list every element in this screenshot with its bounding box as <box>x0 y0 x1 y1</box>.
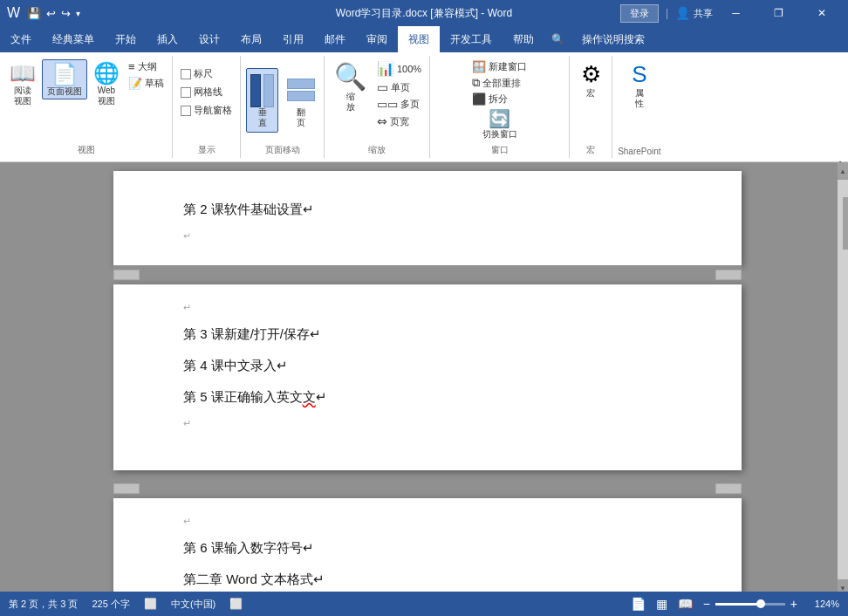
nav-toggle[interactable]: 导航窗格 <box>178 103 235 118</box>
share-label: 共享 <box>694 7 713 20</box>
window-buttons: 🪟 新建窗口 ⧉ 全部重排 ⬛ 拆分 <box>469 59 530 106</box>
scroll-up-button[interactable]: ▲ <box>838 162 848 180</box>
page-view-button[interactable]: 📄 页面视图 <box>42 59 87 99</box>
group-sharepoint: S 属性 SharePoint <box>612 56 666 158</box>
vertical-scroll-button[interactable]: 垂直 <box>246 68 278 133</box>
page-break-area <box>113 265 742 284</box>
tab-layout[interactable]: 布局 <box>230 26 272 52</box>
tab-home[interactable]: 开始 <box>105 26 147 52</box>
zoom-slider[interactable] <box>715 603 785 606</box>
heading-lesson4-text: 第 4 课中文录入↵ <box>183 358 288 373</box>
scrollbar[interactable]: ▲ ▼ <box>838 162 848 597</box>
sharepoint-group-label: SharePoint <box>618 147 660 156</box>
tab-view[interactable]: 视图 <box>398 26 440 52</box>
multi-page-button[interactable]: ▭▭ 多页 <box>374 97 424 112</box>
redo-icon[interactable]: ↪ <box>61 7 71 20</box>
tile-all-button[interactable]: ⧉ 全部重排 <box>469 75 523 91</box>
close-button[interactable]: ✕ <box>802 0 841 26</box>
ruler-checkbox <box>181 69 191 79</box>
horizontal-scroll-button[interactable]: 翻页 <box>284 69 318 132</box>
left-margin <box>0 162 17 597</box>
page-break-mark-right <box>715 270 742 280</box>
horizontal-icon <box>287 72 315 107</box>
tab-references[interactable]: 引用 <box>272 26 314 52</box>
ruler-toggle[interactable]: 标尺 <box>178 66 215 81</box>
input-mode-icon: ⬜ <box>144 598 157 610</box>
heading-lesson5-text: 第 5 课正确输入英文文↵ <box>183 389 327 404</box>
grid-view-icon[interactable]: ▦ <box>656 597 667 611</box>
outline-view-button[interactable]: ≡ 大纲 <box>126 59 167 74</box>
document-scroll[interactable]: 第 2 课软件基础设置↵ ↵ ↵ 第 3 课新建/打开/保存↵ 第 4 课 <box>17 162 838 597</box>
new-window-button[interactable]: 🪟 新建窗口 <box>469 59 530 74</box>
page-view-icon: 📄 <box>51 62 78 86</box>
heading-chapter2[interactable]: 第二章 Word 文本格式↵ <box>183 569 672 590</box>
group-show: 标尺 网格线 导航窗格 显示 <box>173 56 241 158</box>
share-button[interactable]: 👤 共享 <box>675 6 713 20</box>
nav-checkbox <box>181 106 191 116</box>
blank-line-1: ↵ <box>183 230 672 248</box>
zoom-100-button[interactable]: 📊 100% <box>374 59 424 78</box>
heading-lesson3[interactable]: 第 3 课新建/打开/保存↵ <box>183 324 672 345</box>
search-icon-tab[interactable]: 🔍 <box>544 26 571 52</box>
zoom-slider-area[interactable]: − + <box>703 597 797 611</box>
grid-toggle[interactable]: 网格线 <box>178 85 225 99</box>
group-page-move: 垂直 翻页 页面移动 <box>241 56 325 158</box>
restore-button[interactable]: ❐ <box>759 0 798 26</box>
blank-line-2: ↵ <box>183 418 672 435</box>
switch-window-button[interactable]: 🔄 切换窗口 <box>478 106 522 141</box>
tab-file[interactable]: 文件 <box>0 26 42 52</box>
web-view-button[interactable]: 🌐 Web视图 <box>89 59 124 108</box>
properties-button[interactable]: S 属性 <box>624 59 655 111</box>
page-width-button[interactable]: ⇔ 页宽 <box>374 113 424 129</box>
macro-button[interactable]: ⚙ 宏 <box>575 59 606 100</box>
tab-classic[interactable]: 经典菜单 <box>42 26 105 52</box>
zoom-out-button[interactable]: − <box>703 597 710 611</box>
heading-lesson3-text: 第 3 课新建/打开/保存↵ <box>183 326 321 341</box>
login-button[interactable]: 登录 <box>620 4 659 23</box>
tab-ops-search[interactable]: 操作说明搜索 <box>571 26 655 52</box>
tab-design[interactable]: 设计 <box>188 26 230 52</box>
heading-lesson4[interactable]: 第 4 课中文录入↵ <box>183 355 672 376</box>
draft-view-button[interactable]: 📝 草稿 <box>126 76 167 91</box>
page-break-area-2 <box>113 479 742 498</box>
split-button[interactable]: ⬛ 拆分 <box>469 92 510 106</box>
group-view: 📖 阅读视图 📄 页面视图 🌐 Web视图 ≡ 大纲 📝 草稿 <box>0 56 173 158</box>
title-bar: W 💾 ↩ ↪ ▾ Word学习目录.docx [兼容模式] - Word 登录… <box>0 0 848 26</box>
heading-lesson5[interactable]: 第 5 课正确输入英文文↵ <box>183 387 672 407</box>
doc-view-icon[interactable]: 📄 <box>631 597 646 611</box>
tab-insert[interactable]: 插入 <box>147 26 188 52</box>
tab-help[interactable]: 帮助 <box>503 26 544 52</box>
undo-icon[interactable]: ↩ <box>46 7 56 20</box>
ribbon-tabs: 文件 经典菜单 开始 插入 设计 布局 引用 邮件 审阅 视图 开发工具 帮助 … <box>0 26 848 52</box>
heading-lesson6[interactable]: 第 6 课输入数字符号↵ <box>183 537 672 558</box>
zoom-icon: 🔍 <box>334 61 366 92</box>
page-move-label: 页面移动 <box>246 144 318 156</box>
title-text: Word学习目录.docx [兼容模式] - Word <box>336 7 512 19</box>
window-group-label: 窗口 <box>435 144 564 156</box>
tab-review[interactable]: 审阅 <box>356 26 398 52</box>
scroll-thumb[interactable] <box>843 197 848 250</box>
return-char-2: ↵ <box>183 516 672 527</box>
read-view-icon[interactable]: 📖 <box>678 597 693 611</box>
zoom-100-icon: 📊 <box>377 60 394 77</box>
char-count: 225 个字 <box>92 598 129 611</box>
single-page-button[interactable]: ▭ 单页 <box>374 79 424 95</box>
zoom-dialog-button[interactable]: 🔍 缩放 <box>330 59 371 114</box>
view-buttons: 📖 阅读视图 📄 页面视图 🌐 Web视图 ≡ 大纲 📝 草稿 <box>5 59 167 141</box>
zoom-slider-thumb[interactable] <box>756 599 765 608</box>
quick-access-dropdown[interactable]: ▾ <box>76 9 80 18</box>
save-icon[interactable]: 💾 <box>27 7 41 20</box>
heading-lesson2[interactable]: 第 2 课软件基础设置↵ <box>183 199 672 220</box>
zoom-in-button[interactable]: + <box>790 597 797 611</box>
zoom-level-text: 124% <box>808 599 839 609</box>
sharepoint-icon: S <box>632 61 646 88</box>
read-view-button[interactable]: 📖 阅读视图 <box>5 59 40 108</box>
tab-developer[interactable]: 开发工具 <box>440 26 503 52</box>
heading-lesson6-text: 第 6 课输入数字符号↵ <box>183 540 314 555</box>
tab-mailings[interactable]: 邮件 <box>314 26 356 52</box>
split-icon: ⬛ <box>472 92 486 106</box>
macro-icon: ⚙ <box>581 61 601 88</box>
group-macro: ⚙ 宏 宏 <box>570 56 612 158</box>
minimize-button[interactable]: ─ <box>716 0 756 26</box>
zoom-group-label: 缩放 <box>330 144 424 156</box>
